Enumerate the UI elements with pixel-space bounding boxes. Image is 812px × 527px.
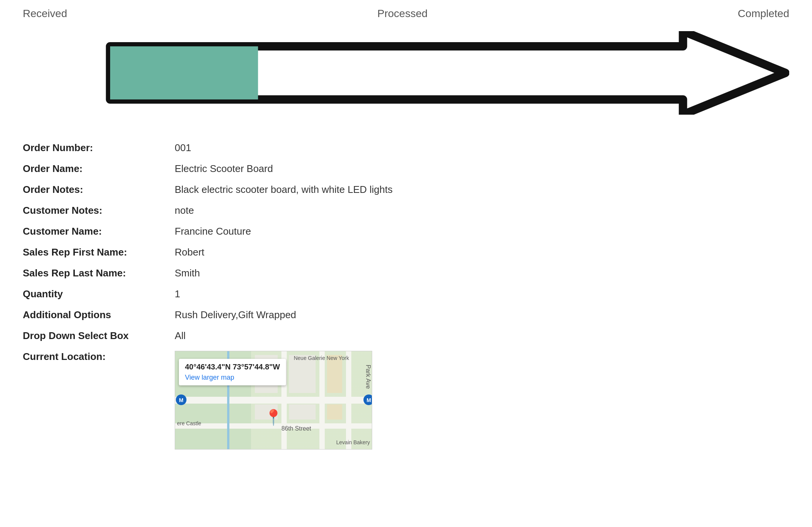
- order-details-section: Order Number:001Order Name:Electric Scoo…: [0, 130, 812, 462]
- detail-value-9: All: [175, 330, 789, 342]
- svg-rect-10: [289, 404, 316, 420]
- map-container[interactable]: M M 40°46'43.4"N 73°57'44.8"W View large…: [175, 351, 372, 450]
- detail-value-8: Rush Delivery,Gift Wrapped: [175, 309, 789, 321]
- svg-rect-11: [327, 404, 342, 420]
- detail-label-5: Sales Rep First Name:: [23, 246, 175, 258]
- status-labels: Received Processed Completed: [23, 8, 789, 20]
- detail-value-0: 001: [175, 142, 789, 154]
- detail-row-0: Order Number:001: [23, 137, 789, 158]
- levain-bakery-label: Levain Bakery: [336, 439, 370, 445]
- detail-row-2: Order Notes:Black electric scooter board…: [23, 179, 789, 200]
- detail-value-5: Robert: [175, 246, 789, 258]
- current-location-label: Current Location:: [23, 351, 175, 363]
- detail-row-9: Drop Down Select BoxAll: [23, 325, 789, 346]
- castle-label: ere Castle: [177, 420, 201, 426]
- map-pin: 📍: [264, 409, 283, 426]
- park-ave-label: Park Ave: [365, 364, 371, 389]
- progress-section: Received Processed Completed: [0, 0, 812, 130]
- 86th-street-label: 86th Street: [281, 425, 311, 432]
- detail-row-1: Order Name:Electric Scooter Board: [23, 158, 789, 179]
- current-location-value: M M 40°46'43.4"N 73°57'44.8"W View large…: [175, 351, 789, 450]
- detail-row-5: Sales Rep First Name:Robert: [23, 242, 789, 263]
- progress-fill: [110, 46, 258, 99]
- detail-value-2: Black electric scooter board, with white…: [175, 184, 789, 196]
- detail-value-3: note: [175, 205, 789, 216]
- progress-arrow: [23, 31, 789, 115]
- detail-label-6: Sales Rep Last Name:: [23, 267, 175, 279]
- progress-arrow-container: [23, 31, 789, 115]
- detail-label-9: Drop Down Select Box: [23, 330, 175, 342]
- detail-value-4: Francine Couture: [175, 226, 789, 237]
- svg-text:M: M: [367, 397, 371, 403]
- detail-row-7: Quantity1: [23, 284, 789, 305]
- map-coordinates-overlay: 40°46'43.4"N 73°57'44.8"W View larger ma…: [179, 359, 286, 385]
- detail-row-4: Customer Name:Francine Couture: [23, 221, 789, 242]
- neue-galerie-label: Neue Galerie New York: [294, 355, 349, 361]
- detail-value-1: Electric Scooter Board: [175, 163, 789, 175]
- detail-label-0: Order Number:: [23, 142, 175, 154]
- detail-label-1: Order Name:: [23, 163, 175, 175]
- view-larger-map-link[interactable]: View larger map: [185, 374, 234, 381]
- status-completed: Completed: [738, 8, 789, 20]
- detail-row-6: Sales Rep Last Name:Smith: [23, 263, 789, 284]
- svg-rect-1: [175, 397, 372, 404]
- detail-row-8: Additional OptionsRush Delivery,Gift Wra…: [23, 305, 789, 325]
- detail-label-2: Order Notes:: [23, 184, 175, 196]
- detail-label-8: Additional Options: [23, 309, 175, 321]
- map-coords: 40°46'43.4"N 73°57'44.8"W: [185, 363, 280, 371]
- svg-rect-4: [319, 351, 325, 450]
- current-location-row: Current Location:: [23, 346, 789, 454]
- detail-value-6: Smith: [175, 267, 789, 279]
- status-received: Received: [23, 8, 67, 20]
- detail-label-7: Quantity: [23, 288, 175, 300]
- status-processed: Processed: [378, 8, 428, 20]
- detail-row-3: Customer Notes:note: [23, 200, 789, 221]
- detail-label-3: Customer Notes:: [23, 205, 175, 216]
- detail-label-4: Customer Name:: [23, 226, 175, 237]
- detail-rows-container: Order Number:001Order Name:Electric Scoo…: [23, 137, 789, 346]
- svg-text:M: M: [179, 397, 183, 403]
- detail-value-7: 1: [175, 288, 789, 300]
- svg-rect-5: [346, 351, 351, 450]
